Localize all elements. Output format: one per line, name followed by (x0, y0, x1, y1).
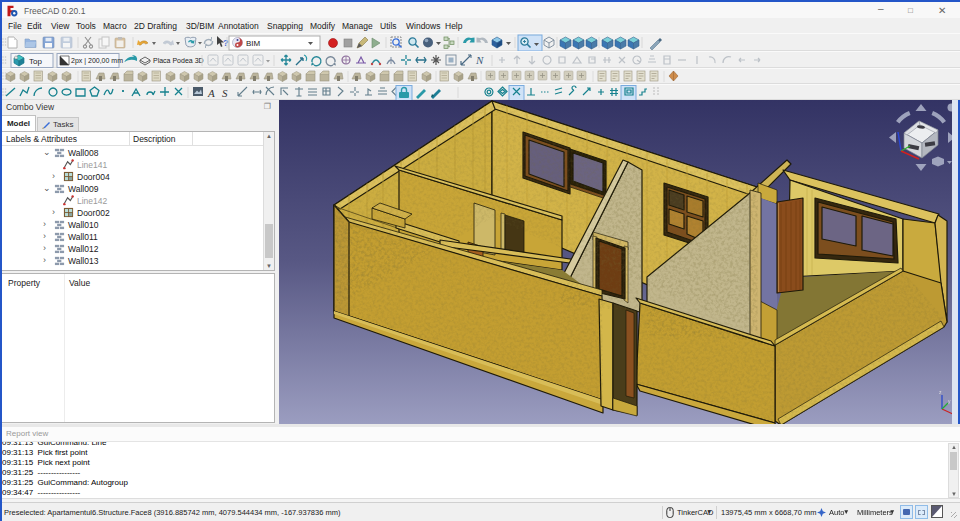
svg-text:S: S (222, 87, 228, 99)
svg-text:2px | 200,00 mm: 2px | 200,00 mm (71, 57, 123, 65)
svg-text:Top: Top (29, 57, 42, 66)
svg-text:?: ? (223, 38, 229, 48)
svg-text:BIM: BIM (246, 39, 261, 48)
svg-text:Placa Podea 3D: Placa Podea 3D (153, 57, 204, 64)
svg-text:N: N (475, 54, 484, 66)
svg-text:A: A (207, 87, 215, 99)
